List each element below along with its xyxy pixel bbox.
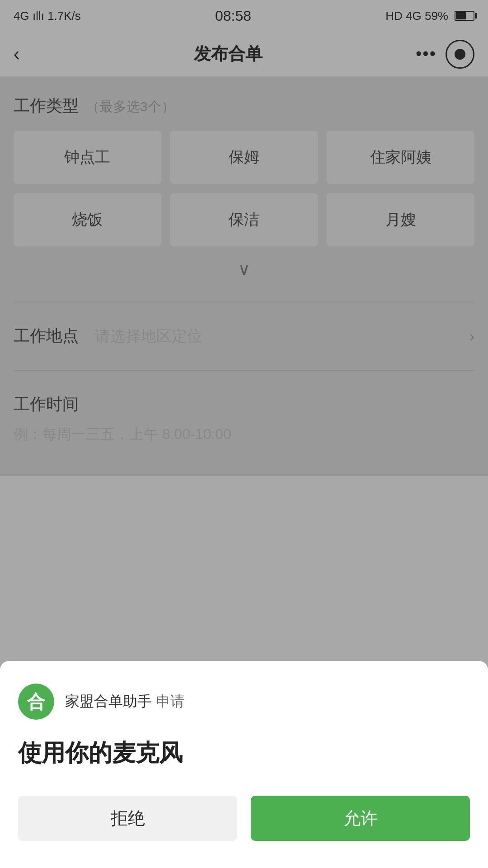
permission-dialog: 合 家盟合单助手 申请 使用你的麦克风 拒绝 允许	[0, 661, 488, 868]
app-icon-label: 合	[27, 689, 45, 714]
app-action: 申请	[156, 693, 185, 709]
dialog-title: 使用你的麦克风	[18, 738, 470, 769]
deny-button[interactable]: 拒绝	[18, 796, 237, 841]
dialog-buttons: 拒绝 允许	[18, 796, 470, 841]
allow-button[interactable]: 允许	[251, 796, 470, 841]
dialog-header: 合 家盟合单助手 申请	[18, 684, 470, 720]
app-icon: 合	[18, 684, 54, 720]
app-info: 家盟合单助手 申请	[65, 692, 185, 712]
app-name: 家盟合单助手	[65, 693, 152, 709]
